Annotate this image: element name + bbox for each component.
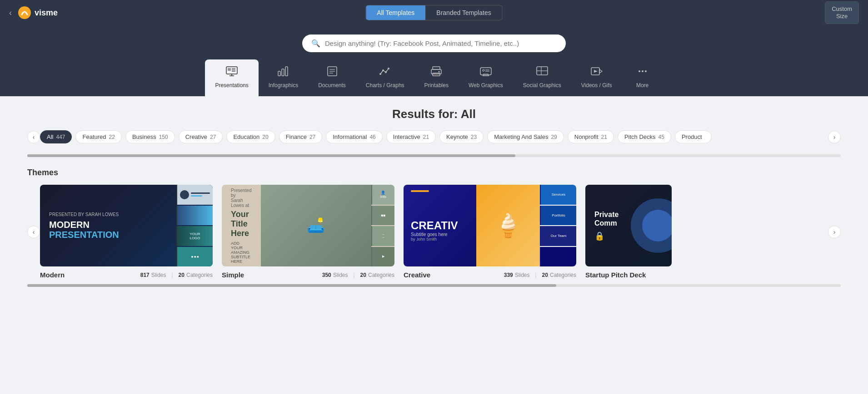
simple-slides-value: 350 [322, 272, 331, 278]
search-wrapper: 🔍 [302, 34, 566, 52]
filter-row: All 447 Featured 22 Business 150 Creativ… [40, 130, 828, 143]
filter-finance[interactable]: Finance 27 [279, 130, 323, 143]
cat-web[interactable]: Web Graphics [459, 59, 513, 96]
themes-scroll-right[interactable]: › [828, 226, 841, 238]
svg-point-25 [483, 69, 484, 71]
creative-card-visual: CREATIV Subtitle goes here by John Smith… [404, 185, 576, 266]
cat-printables[interactable]: Printables [414, 59, 459, 96]
filter-creative[interactable]: Creative 27 [179, 130, 223, 143]
charts-icon [379, 66, 391, 79]
filter-interactive-count: 21 [423, 134, 429, 140]
social-icon [536, 66, 549, 79]
filter-education-label: Education [233, 133, 259, 140]
svg-point-35 [642, 70, 644, 72]
more-label: More [636, 82, 649, 89]
documents-label: Documents [318, 82, 346, 89]
simple-slides-label: Slides [333, 272, 348, 278]
themes-scroll-left[interactable]: ‹ [27, 226, 40, 238]
branded-templates-tab[interactable]: Branded Templates [425, 5, 502, 20]
modern-categories-label: Categories [186, 272, 213, 278]
startup-card-visual: PrivateComm 🔒 [585, 185, 672, 266]
modern-card-visual: PRESENTED BY SARAH LOWES MODERNPRESENTAT… [40, 185, 213, 266]
filter-all[interactable]: All 447 [40, 130, 72, 143]
custom-size-button[interactable]: CustomSize [825, 1, 859, 24]
filter-informational-count: 46 [369, 134, 375, 140]
filter-marketing[interactable]: Marketing And Sales 29 [487, 130, 564, 143]
filter-finance-count: 27 [309, 134, 315, 140]
startup-card-info: Startup Pitch Deck [585, 271, 676, 279]
back-button[interactable]: ‹ [9, 8, 12, 18]
svg-rect-19 [433, 67, 440, 69]
creative-card-info: Creative 339 Slides | 20 Categories [404, 271, 576, 279]
filter-keynote-count: 23 [471, 134, 477, 140]
themes-section: Themes ‹ PRESENTED BY SARAH LOWES MODERN… [27, 168, 841, 287]
cat-videos[interactable]: Videos / Gifs [571, 59, 622, 96]
filter-scrollbar-thumb [27, 154, 515, 157]
search-area: 🔍 Presentations [0, 25, 868, 96]
charts-label: Charts / Graphs [366, 82, 404, 89]
filter-informational[interactable]: Informational 46 [326, 130, 383, 143]
svg-point-15 [379, 73, 381, 75]
filter-interactive-label: Interactive [393, 133, 420, 140]
printables-icon [430, 66, 443, 79]
videos-label: Videos / Gifs [581, 82, 612, 89]
web-icon [479, 66, 492, 79]
cat-more[interactable]: More [622, 59, 663, 96]
svg-point-0 [18, 6, 31, 19]
filter-scrollbar[interactable] [27, 154, 841, 157]
simple-name: Simple [222, 271, 244, 279]
themes-row: PRESENTED BY SARAH LOWES MODERNPRESENTAT… [40, 185, 828, 279]
more-icon [636, 66, 649, 79]
filter-product[interactable]: Product [675, 130, 712, 143]
filter-featured[interactable]: Featured 22 [75, 130, 121, 143]
theme-card-startup[interactable]: PrivateComm 🔒 Startup Pitch Deck [585, 185, 676, 279]
template-tab-group: All Templates Branded Templates [365, 5, 502, 20]
category-nav: Presentations Infographics [205, 52, 663, 96]
modern-meta: 817 Slides | 20 Categories [140, 272, 213, 278]
filter-marketing-label: Marketing And Sales [494, 133, 548, 140]
svg-rect-9 [282, 69, 284, 76]
filter-business[interactable]: Business 150 [125, 130, 175, 143]
creative-slides-label: Slides [515, 272, 530, 278]
creative-categories-label: Categories [550, 272, 576, 278]
creative-slides-value: 339 [504, 272, 513, 278]
themes-scrollbar[interactable] [27, 284, 841, 287]
filter-nonprofit[interactable]: Nonprofit 21 [568, 130, 614, 143]
filter-pitch-decks[interactable]: Pitch Decks 45 [618, 130, 671, 143]
filter-pitch-decks-label: Pitch Decks [624, 133, 656, 140]
svg-point-34 [639, 70, 640, 72]
top-nav: ‹ visme All Templates Branded Templates … [0, 0, 868, 25]
svg-rect-8 [278, 71, 280, 76]
themes-scrollbar-thumb [27, 284, 556, 287]
themes-row-container: ‹ PRESENTED BY SARAH LOWES MODERNPRESENT… [27, 185, 841, 279]
filter-scroll-right[interactable]: › [828, 131, 841, 143]
cat-presentations[interactable]: Presentations [205, 59, 258, 96]
cat-documents[interactable]: Documents [308, 59, 356, 96]
search-input[interactable] [325, 39, 557, 47]
filter-creative-count: 27 [210, 134, 216, 140]
cat-social[interactable]: Social Graphics [513, 59, 571, 96]
filter-keynote-label: Keynote [446, 133, 468, 140]
results-heading: Results for: All [27, 107, 841, 121]
filter-pitch-decks-count: 45 [658, 134, 664, 140]
svg-point-18 [388, 68, 389, 69]
cat-charts[interactable]: Charts / Graphs [356, 59, 414, 96]
theme-card-creative[interactable]: CREATIV Subtitle goes here by John Smith… [404, 185, 576, 279]
theme-card-modern[interactable]: PRESENTED BY SARAH LOWES MODERNPRESENTAT… [40, 185, 213, 279]
filter-keynote[interactable]: Keynote 23 [439, 130, 484, 143]
all-templates-tab[interactable]: All Templates [366, 5, 425, 20]
modern-name: Modern [40, 271, 65, 279]
infographics-icon [277, 66, 289, 79]
cat-infographics[interactable]: Infographics [259, 59, 308, 96]
theme-card-simple[interactable]: Presented bySarah Lowes at YourTitle Her… [222, 185, 394, 279]
filter-education[interactable]: Education 20 [226, 130, 275, 143]
filter-education-count: 20 [262, 134, 268, 140]
web-label: Web Graphics [469, 82, 503, 89]
svg-marker-33 [594, 70, 598, 73]
filter-marketing-count: 29 [551, 134, 557, 140]
filter-scroll-left[interactable]: ‹ [27, 131, 40, 143]
filter-interactive[interactable]: Interactive 21 [386, 130, 436, 143]
videos-icon [590, 66, 603, 79]
svg-rect-21 [433, 73, 440, 76]
filter-featured-label: Featured [82, 133, 106, 140]
